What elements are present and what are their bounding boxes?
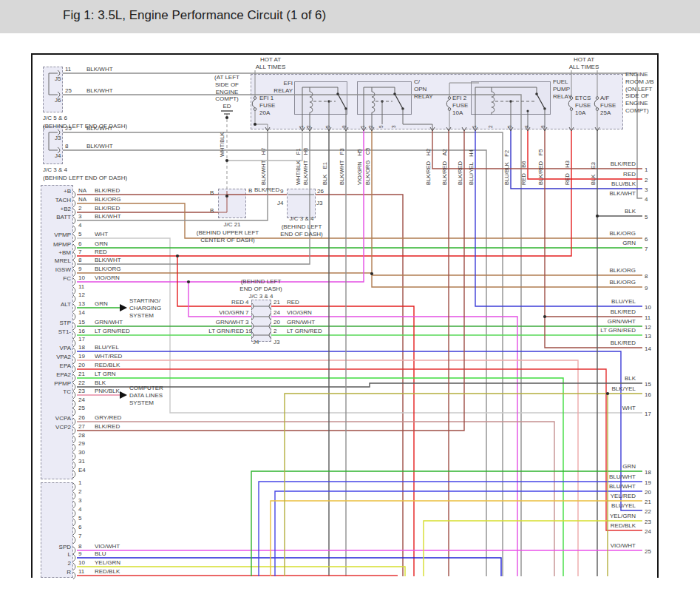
right-wire-color-label: BLK: [548, 375, 636, 382]
wire-color-label: BLK/RED: [95, 187, 120, 195]
connector-pin-label: ST1-: [15, 328, 71, 336]
right-wire-number: 21: [645, 499, 651, 506]
right-wire-number: 10: [645, 304, 651, 311]
connector-pin-label: +B: [15, 188, 71, 195]
connector-pin-number: 29: [78, 440, 85, 448]
connector-pin-number: 7: [78, 249, 81, 256]
connector-pin-number: 28: [78, 432, 85, 439]
connector-pin-number: 26: [78, 414, 85, 422]
connector-pin-label: TACH: [15, 197, 71, 204]
right-wire-number: 11: [645, 314, 650, 322]
right-wire-number: 19: [645, 479, 651, 487]
jc34l-header: (BEHIND LEFT END OF DASH) J/C 3 & 4: [233, 278, 289, 300]
right-wire-number: 8: [645, 273, 648, 280]
wire-color-label: WHT: [95, 231, 108, 238]
connector-pin-number: 16: [78, 328, 85, 335]
relay-pin-number: 1: [360, 125, 365, 128]
connector-pin-label: L: [15, 551, 71, 559]
figure-header-bar: Fig 1: 3.5L, Engine Performance Circuit …: [0, 0, 700, 33]
connector-pin-number: 20: [78, 362, 85, 369]
relay-pin-number: 3: [540, 125, 546, 128]
connector-pin-label: EPA: [15, 362, 71, 370]
connector-pin-number: 24: [78, 397, 85, 404]
jc-pin-code: J6: [55, 97, 61, 104]
connector-pin-number: 25: [78, 405, 85, 412]
jc-pin-code: J3: [55, 135, 61, 142]
right-wire-number: 2: [645, 177, 648, 184]
right-wire-color-label: BLK/ORG: [548, 230, 636, 237]
connector-pin-number: E4: [78, 467, 86, 474]
wire-color-label: YEL/GRN: [95, 559, 120, 567]
connector-pin-label: VPA: [15, 345, 71, 352]
right-wire-color-label: YEL/RED: [548, 493, 636, 500]
right-wire-number: 7: [645, 246, 648, 253]
right-wire-number: 18: [645, 469, 651, 476]
wire-color-label: BLU: [95, 550, 106, 558]
jc21-name: J/C 21: [216, 221, 248, 229]
connector-pin-number: 3: [78, 497, 81, 505]
jc34l-right-color: VIO/GRN: [287, 309, 312, 317]
right-wire-number: 14: [645, 345, 651, 353]
right-wire-color-label: GRN: [548, 240, 636, 247]
connector-pin-number: 1: [78, 479, 81, 487]
wire-color-label: RED/BLK: [95, 568, 120, 576]
jc21-pin-left-1: B: [210, 189, 214, 197]
right-wire-color-label: BLK/RED: [548, 308, 636, 316]
wire-color-label: GRN/WHT: [95, 319, 123, 326]
connector-pin-number: 11: [78, 568, 84, 576]
right-wire-color-label: BLU/YEL: [548, 298, 636, 306]
wire-color-label: BLK/ORG: [95, 196, 121, 203]
connector-pin-number: 5: [78, 515, 81, 522]
jc34l-right-num: 2: [273, 328, 276, 335]
wire-color-label: GRN: [95, 240, 108, 248]
connector-pin-number: 13: [78, 300, 85, 308]
efi1-fuse-label: EFI 1 FUSE 20A: [259, 95, 275, 116]
jc56-location: (BEHIND LEFT END OF DASH): [43, 123, 127, 130]
relay-pin-number: 2: [306, 125, 311, 128]
connector-pin-label: SPD: [15, 544, 71, 551]
wire-color-label: BLK/RED: [95, 423, 120, 431]
wire-color-label: LT GRN: [95, 371, 116, 378]
right-wire-color-label: WHT: [548, 405, 636, 412]
connector-pin-number: 7: [78, 533, 81, 540]
right-wire-number: 5: [645, 214, 648, 221]
connector-pin-number: 6: [78, 240, 81, 248]
jc34m-code-out: J3: [316, 200, 322, 207]
relay-pin-number: 1: [472, 125, 477, 128]
jc34l-left-num: 4: [245, 299, 248, 306]
right-wire-color-label: BLU/YEL: [548, 502, 636, 510]
drop-wire-label-H5: VIO/GRN H5: [356, 149, 363, 185]
connector-pin-label: VPA2: [15, 354, 71, 361]
right-wire-number: 4: [645, 196, 648, 203]
jc34m-pin-out: 26: [317, 188, 324, 195]
connector-pin-label: MREL: [15, 257, 71, 265]
connector-pin-label: +BM: [15, 249, 71, 257]
connector-pin-number: 4: [78, 506, 81, 513]
junction-box: [287, 189, 316, 218]
connector-pin-label: FC: [15, 275, 71, 283]
jc34l-right-num: 24: [273, 309, 280, 317]
right-wire-color-label: GRN/WHT: [548, 318, 636, 326]
connector-pin-label: MPMP: [15, 241, 71, 249]
relay-pin-number: 2: [368, 125, 373, 128]
jc-pin-number: 25: [65, 87, 72, 95]
connector-pin-number: 6: [78, 524, 81, 531]
right-wire-color-label: BLK/ORG: [548, 267, 636, 274]
ground-location-label: (AT LEFT SIDE OF ENGINE COMPT) ED: [208, 74, 245, 110]
relay-pin-number: 1: [299, 125, 304, 128]
wire-color-label: WHT/RED: [95, 353, 122, 360]
connector-pin-number: 10: [78, 274, 85, 282]
jc34l-right-num: 21: [273, 299, 280, 306]
jc34l-left-num: 3: [245, 319, 248, 326]
right-wire-number: 25: [645, 548, 651, 556]
drop-wire-label-F5: BLK/RED F5: [537, 149, 544, 185]
connector-pin-number: 18: [78, 344, 85, 351]
jc34l-left-num: 19: [245, 328, 252, 335]
connector-pin-number: 8: [78, 543, 81, 550]
connector-pin-label: EPA2: [15, 371, 71, 379]
jc34l-code-right: J3: [273, 339, 279, 346]
engine-room-jb-label: ENGINE ROOM J/B (ON LEFT SIDE OF ENGINE …: [625, 71, 654, 115]
right-wire-number: 1: [645, 166, 648, 174]
wiring-diagram-page: Fig 1: 3.5L, Engine Performance Circuit …: [0, 0, 700, 597]
junction-box: [43, 67, 63, 112]
